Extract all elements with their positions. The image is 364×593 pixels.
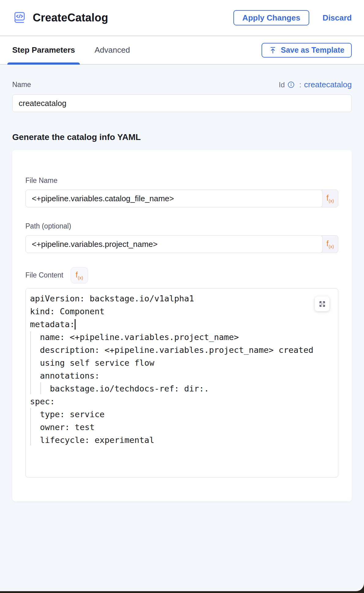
template-step-icon xyxy=(12,11,27,25)
file-name-field: File Name f(x) xyxy=(25,176,338,207)
indent-guide xyxy=(30,331,31,394)
tab-bar: Step Parameters Advanced Save as Templat… xyxy=(0,36,364,65)
fx-icon: f(x) xyxy=(76,270,83,280)
step-parameters-panel: Name Id : createcatalog Generate the c xyxy=(0,65,364,501)
save-as-template-label: Save as Template xyxy=(281,46,344,55)
id-colon: : xyxy=(299,81,301,89)
id-label: Id xyxy=(279,81,285,89)
fx-icon: f(x) xyxy=(326,239,334,249)
tab-advanced[interactable]: Advanced xyxy=(90,36,135,64)
path-input-group: f(x) xyxy=(25,235,338,253)
file-content-editor[interactable]: apiVersion: backstage.io/v1alpha1 kind: … xyxy=(25,288,338,478)
fullscreen-icon xyxy=(318,300,326,308)
step-id-group: Id : createcatalog xyxy=(279,80,352,89)
indent-guide xyxy=(40,382,41,394)
file-name-label: File Name xyxy=(25,176,338,185)
info-icon[interactable] xyxy=(288,81,295,88)
step-config-drawer: CreateCatalog Apply Changes Discard Step… xyxy=(0,0,364,593)
active-tab-underline xyxy=(7,62,80,65)
indent-guide xyxy=(30,408,31,445)
tab-step-parameters[interactable]: Step Parameters xyxy=(7,36,80,64)
step-id-value[interactable]: createcatalog xyxy=(304,80,352,89)
fx-icon: f(x) xyxy=(326,194,334,203)
path-field: Path (optional) f(x) xyxy=(25,222,338,253)
code-content[interactable]: apiVersion: backstage.io/v1alpha1 kind: … xyxy=(26,289,338,450)
page-title: CreateCatalog xyxy=(33,11,108,24)
file-name-input[interactable] xyxy=(25,190,323,207)
drawer-header: CreateCatalog Apply Changes Discard xyxy=(0,0,364,36)
name-input[interactable] xyxy=(12,94,352,112)
step-parameters-card: File Name f(x) Path (optional) f(x) xyxy=(12,150,352,501)
file-content-header: File Content f(x) xyxy=(25,267,338,283)
apply-changes-button[interactable]: Apply Changes xyxy=(233,10,309,25)
path-label: Path (optional) xyxy=(25,222,338,230)
file-content-label: File Content xyxy=(25,271,63,279)
tab-step-parameters-label: Step Parameters xyxy=(12,45,75,55)
name-label: Name xyxy=(12,81,31,89)
section-heading: Generate the catalog info YAML xyxy=(12,132,352,142)
expand-editor-button[interactable] xyxy=(315,296,329,311)
header-actions: Apply Changes Discard xyxy=(233,10,352,25)
discard-button[interactable]: Discard xyxy=(323,13,352,23)
tab-advanced-label: Advanced xyxy=(95,45,130,55)
file-content-expression-button[interactable]: f(x) xyxy=(71,267,88,283)
drawer-panel: CreateCatalog Apply Changes Discard Step… xyxy=(0,0,364,591)
text-cursor xyxy=(75,319,76,330)
code-area: apiVersion: backstage.io/v1alpha1 kind: … xyxy=(26,289,338,477)
upload-icon xyxy=(269,46,277,54)
file-name-input-group: f(x) xyxy=(25,190,338,207)
save-as-template-button[interactable]: Save as Template xyxy=(262,43,352,58)
name-row: Name Id : createcatalog xyxy=(12,80,352,89)
path-input[interactable] xyxy=(25,235,323,253)
